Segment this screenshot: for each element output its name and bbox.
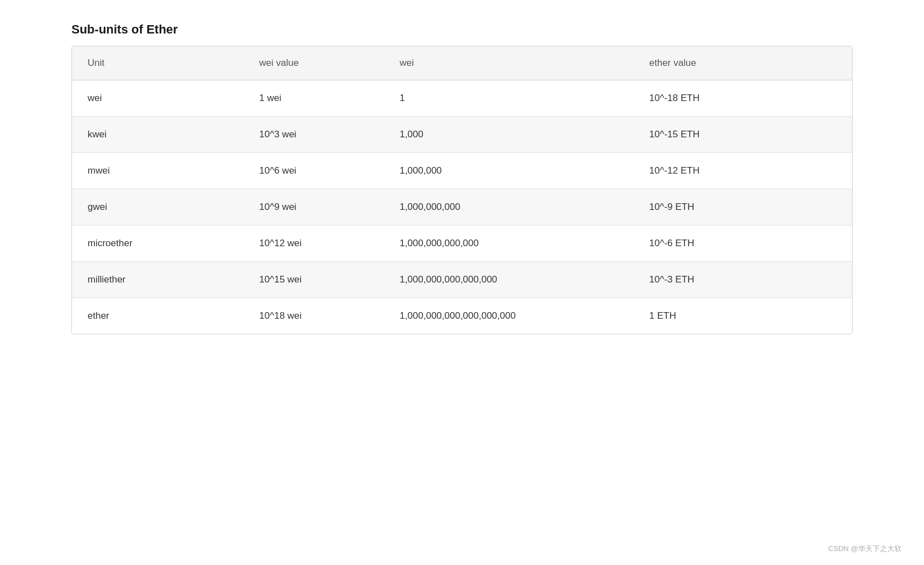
cell-wei-value: 10^9 wei xyxy=(244,189,384,226)
page-container: Sub-units of Ether Unit wei value wei et… xyxy=(71,22,853,334)
table-row: microether10^12 wei1,000,000,000,00010^-… xyxy=(72,226,852,262)
cell-wei-value: 10^6 wei xyxy=(244,153,384,189)
cell-unit: microether xyxy=(72,226,244,262)
cell-wei-value: 10^15 wei xyxy=(244,262,384,298)
cell-ether-value: 10^-12 ETH xyxy=(634,153,852,189)
cell-wei-value: 10^18 wei xyxy=(244,298,384,334)
cell-wei: 1,000,000,000,000 xyxy=(384,226,633,262)
col-header-ether-value: ether value xyxy=(634,46,852,80)
cell-unit: ether xyxy=(72,298,244,334)
table-wrapper: Unit wei value wei ether value wei1 wei1… xyxy=(71,46,853,334)
cell-wei-value: 10^3 wei xyxy=(244,117,384,153)
cell-ether-value: 10^-6 ETH xyxy=(634,226,852,262)
cell-unit: wei xyxy=(72,80,244,117)
cell-unit: gwei xyxy=(72,189,244,226)
cell-ether-value: 1 ETH xyxy=(634,298,852,334)
col-header-wei: wei xyxy=(384,46,633,80)
table-row: kwei10^3 wei1,00010^-15 ETH xyxy=(72,117,852,153)
cell-wei: 1,000,000,000,000,000 xyxy=(384,262,633,298)
table-header: Unit wei value wei ether value xyxy=(72,46,852,80)
cell-ether-value: 10^-3 ETH xyxy=(634,262,852,298)
table-row: milliether10^15 wei1,000,000,000,000,000… xyxy=(72,262,852,298)
cell-wei-value: 10^12 wei xyxy=(244,226,384,262)
cell-wei: 1,000,000,000 xyxy=(384,189,633,226)
cell-unit: milliether xyxy=(72,262,244,298)
table-row: ether10^18 wei1,000,000,000,000,000,0001… xyxy=(72,298,852,334)
cell-ether-value: 10^-18 ETH xyxy=(634,80,852,117)
table-row: mwei10^6 wei1,000,00010^-12 ETH xyxy=(72,153,852,189)
cell-ether-value: 10^-9 ETH xyxy=(634,189,852,226)
table-row: gwei10^9 wei1,000,000,00010^-9 ETH xyxy=(72,189,852,226)
cell-wei: 1,000,000 xyxy=(384,153,633,189)
col-header-wei-value: wei value xyxy=(244,46,384,80)
cell-ether-value: 10^-15 ETH xyxy=(634,117,852,153)
cell-wei-value: 1 wei xyxy=(244,80,384,117)
table-body: wei1 wei110^-18 ETHkwei10^3 wei1,00010^-… xyxy=(72,80,852,334)
table-row: wei1 wei110^-18 ETH xyxy=(72,80,852,117)
cell-wei: 1,000,000,000,000,000,000 xyxy=(384,298,633,334)
cell-unit: mwei xyxy=(72,153,244,189)
watermark: CSDN @华天下之大软 xyxy=(828,544,902,554)
header-row: Unit wei value wei ether value xyxy=(72,46,852,80)
col-header-unit: Unit xyxy=(72,46,244,80)
cell-wei: 1 xyxy=(384,80,633,117)
cell-unit: kwei xyxy=(72,117,244,153)
table-title: Sub-units of Ether xyxy=(71,22,853,37)
cell-wei: 1,000 xyxy=(384,117,633,153)
ether-units-table: Unit wei value wei ether value wei1 wei1… xyxy=(72,46,852,334)
